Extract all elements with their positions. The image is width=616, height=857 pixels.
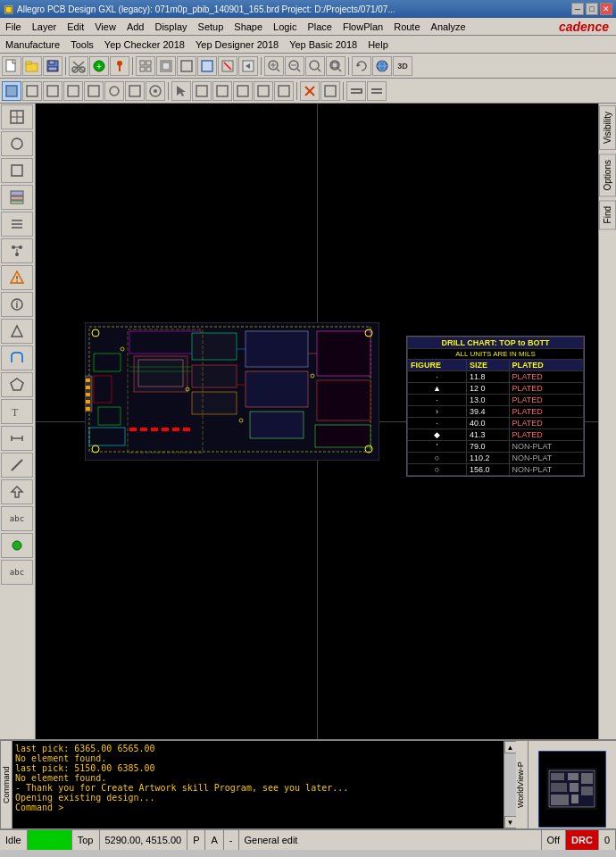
tb2-select[interactable] (2, 81, 21, 101)
tb2-xmark[interactable] (300, 81, 320, 101)
menu-help[interactable]: Help (362, 37, 394, 52)
app-icon: ▣ (4, 3, 13, 15)
menu-edit[interactable]: Edit (62, 20, 89, 34)
tb-pin[interactable] (110, 56, 129, 76)
status-off: Off (542, 830, 566, 850)
tb-refresh[interactable] (177, 56, 196, 76)
tb-deselect[interactable] (218, 56, 237, 76)
side-btn-route[interactable] (1, 345, 33, 370)
menu-display[interactable]: Display (149, 20, 192, 34)
tb-new[interactable] (2, 56, 21, 76)
tb-grid[interactable] (136, 56, 155, 76)
tb2-b9[interactable] (212, 81, 232, 101)
side-btn-label-abc[interactable]: abc (1, 506, 33, 531)
tb-cut[interactable] (69, 56, 88, 76)
side-btn-shape[interactable] (1, 372, 33, 397)
tb-zoom-fit[interactable] (305, 56, 325, 76)
close-button[interactable]: ✕ (600, 3, 612, 15)
titlebar: ▣ Allegro PCB Design GXL (legacy): 071m0… (0, 0, 616, 18)
tb-zoom-area[interactable] (326, 56, 345, 76)
status-p[interactable]: P (187, 830, 205, 850)
tb2-b14[interactable] (346, 81, 366, 101)
minimize-button[interactable]: ─ (571, 3, 584, 15)
menu-analyze[interactable]: Analyze (426, 20, 471, 34)
side-btn-flip[interactable] (1, 319, 33, 344)
side-btn-2[interactable] (1, 131, 33, 156)
tb2-b10[interactable] (233, 81, 253, 101)
drill-row-6: ◆41.3PLATED (408, 429, 584, 441)
tb2-b8[interactable] (192, 81, 212, 101)
menu-file[interactable]: File (0, 20, 27, 34)
tb-zoom-in[interactable] (264, 56, 284, 76)
tb-box-select[interactable] (197, 56, 217, 76)
menu-setup[interactable]: Setup (193, 20, 229, 34)
scroll-down-btn[interactable]: ▼ (504, 816, 517, 828)
tb-add-connect[interactable]: + (89, 56, 109, 76)
tb2-b7[interactable] (146, 81, 165, 101)
svg-rect-108 (317, 380, 370, 420)
svg-line-26 (277, 69, 279, 71)
menu-manufacture[interactable]: Manufacture (0, 37, 65, 52)
tb2-b3[interactable] (63, 81, 83, 101)
tb-save[interactable] (43, 56, 62, 76)
tb2-b4[interactable] (84, 81, 104, 101)
menu-flowplan[interactable]: FlowPlan (337, 20, 388, 34)
side-btn-list[interactable] (1, 212, 33, 237)
side-btn-line[interactable] (1, 453, 33, 478)
svg-rect-146 (571, 795, 579, 803)
console-scrollbar[interactable]: ▲ ▼ (504, 741, 516, 828)
tb2-b12[interactable] (274, 81, 294, 101)
scroll-track[interactable] (504, 753, 517, 816)
tb-back[interactable] (238, 56, 258, 76)
menu-logic[interactable]: Logic (268, 20, 302, 34)
scroll-up-btn[interactable]: ▲ (504, 741, 517, 753)
tb2-b11[interactable] (254, 81, 273, 101)
maximize-button[interactable]: □ (586, 3, 598, 15)
side-btn-arrow[interactable] (1, 479, 33, 504)
tb2-b15[interactable] (367, 81, 387, 101)
svg-marker-37 (357, 63, 361, 67)
side-btn-3[interactable] (1, 158, 33, 183)
menu-place[interactable]: Place (302, 20, 337, 34)
status-a[interactable]: A (205, 830, 223, 850)
menu-layer[interactable]: Layer (27, 20, 62, 34)
drill-row-1: ·11.8PLATED (408, 371, 584, 383)
tb-rotate[interactable] (352, 56, 371, 76)
tb-world-view[interactable] (372, 56, 392, 76)
tb2-b6[interactable] (125, 81, 145, 101)
canvas-area[interactable]: DRILL CHART: TOP to BOTT ALL UNITS ARE I… (36, 104, 598, 739)
side-btn-net[interactable] (1, 238, 33, 263)
tab-visibility[interactable]: Visibility (599, 105, 616, 150)
menu-yep-designer[interactable]: Yep Designer 2018 (190, 37, 284, 52)
menu-yep-checker[interactable]: Yep Checker 2018 (99, 37, 190, 52)
svg-rect-126 (162, 428, 169, 431)
tb-open[interactable] (22, 56, 42, 76)
console-output[interactable]: last pick: 6365.00 6565.00 No element fo… (12, 741, 504, 828)
side-btn-measure[interactable] (1, 426, 33, 451)
side-btn-1[interactable] (1, 104, 33, 129)
tb-3d[interactable]: 3D (393, 56, 412, 76)
tb-zoom-out[interactable] (285, 56, 304, 76)
menu-yep-basic[interactable]: Yep Basic 2018 (284, 37, 362, 52)
side-btn-text[interactable]: T (1, 399, 33, 424)
side-btn-label-abc2[interactable]: abc (1, 560, 33, 585)
tb2-b1[interactable] (22, 81, 42, 101)
menu-view[interactable]: View (89, 20, 121, 34)
side-btn-layers[interactable] (1, 185, 33, 210)
tab-options[interactable]: Options (599, 154, 616, 196)
drill-row-8: ○110.2NON-PLAT (408, 453, 584, 464)
side-btn-color[interactable] (1, 533, 33, 558)
side-btn-props[interactable]: i (1, 292, 33, 317)
tb2-b13[interactable] (320, 81, 340, 101)
menu-route[interactable]: Route (388, 20, 425, 34)
side-btn-drc[interactable] (1, 265, 33, 290)
tb2-b2[interactable] (43, 81, 62, 101)
tab-find[interactable]: Find (599, 200, 616, 229)
menu-shape[interactable]: Shape (229, 20, 268, 34)
menu-add[interactable]: Add (121, 20, 150, 34)
tb-highlight[interactable] (156, 56, 176, 76)
menu-tools[interactable]: Tools (65, 37, 99, 52)
tb2-cursor[interactable] (171, 81, 191, 101)
svg-rect-55 (279, 86, 289, 96)
tb2-b5[interactable] (104, 81, 124, 101)
